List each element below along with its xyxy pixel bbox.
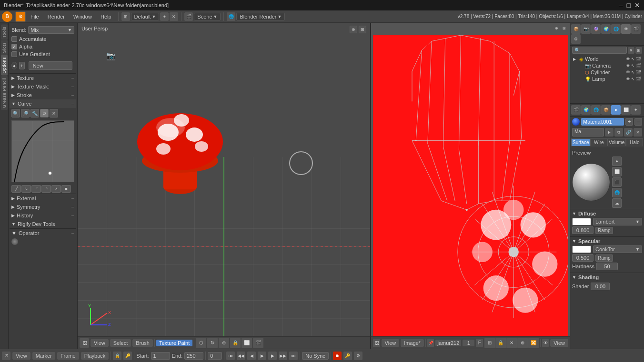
uv-pin-icon[interactable]: 📌	[427, 339, 434, 347]
uv-view-label[interactable]: View	[550, 339, 568, 347]
uv-icon-2[interactable]: 🔒	[495, 338, 506, 348]
workspace-icon-add[interactable]: +	[160, 12, 169, 21]
viewport-icon-5[interactable]: ⬜	[242, 338, 252, 348]
layout-icon[interactable]: ⊞	[121, 12, 130, 21]
lamp-render-icon[interactable]: 🎬	[636, 77, 641, 81]
world-eye-icon[interactable]: 👁	[626, 57, 630, 61]
outliner-camera-item[interactable]: 📷 Camera 👁 ↖ 🎬	[572, 62, 642, 69]
prop-scene-icon[interactable]: 🌍	[581, 105, 591, 115]
alpha-row[interactable]: ✓ Alpha	[10, 43, 76, 50]
sync-dropdown[interactable]: No Sync	[302, 352, 329, 360]
camera-eye-icon[interactable]: 👁	[626, 63, 630, 68]
uv-grid-icon[interactable]: ⊞	[561, 25, 567, 31]
timeline-extra-button[interactable]: ⚙	[354, 352, 362, 360]
diffuse-color-swatch[interactable]	[572, 218, 591, 225]
diffuse-intensity-input[interactable]: 0.800	[572, 226, 594, 234]
viewport-icon-1[interactable]: ⬡	[196, 338, 206, 348]
symmetry-section-header[interactable]: ▶ Symmetry ···	[10, 203, 76, 211]
prop-texture-icon[interactable]: ⬜	[621, 105, 631, 115]
stroke-section-header[interactable]: ▶ Stroke ···	[10, 91, 76, 99]
curve-interp-b-button[interactable]: ◜	[31, 185, 41, 193]
workspace-dropdown[interactable]: Default ▼	[131, 13, 160, 20]
color-dot[interactable]: ●	[11, 62, 17, 69]
specular-color-swatch[interactable]	[572, 245, 591, 253]
timeline-record-button[interactable]: ⏺	[333, 352, 342, 360]
timeline-skip-end-button[interactable]: ⏭	[289, 352, 298, 360]
accumulate-checkbox[interactable]	[11, 36, 17, 42]
prop-object-icon[interactable]: 📦	[601, 105, 611, 115]
cylinder-eye-icon[interactable]: 👁	[626, 70, 630, 75]
uv-icon-1[interactable]: ⊞	[484, 338, 495, 348]
end-frame-input[interactable]: 250	[184, 352, 203, 360]
uv-icon-4[interactable]: ⊕	[517, 338, 528, 348]
shader-tab-halo[interactable]: Halo	[626, 138, 643, 147]
material-subtract-button[interactable]: –	[634, 118, 642, 126]
camera-render-icon[interactable]: 🎬	[636, 63, 641, 68]
uv-image-button[interactable]: Image*	[401, 339, 424, 347]
material-users[interactable]: Ma	[572, 128, 604, 137]
timeline-playback-button[interactable]: Playback	[81, 352, 109, 360]
viewport-shrink-icon[interactable]: ⊞	[359, 26, 366, 33]
world-render-icon[interactable]: 🎬	[636, 57, 641, 61]
vtab-slots[interactable]: Slots	[1, 40, 8, 55]
timeline-play-button[interactable]: ▶	[258, 352, 266, 360]
uv-mode-icon[interactable]: 🖼	[373, 339, 380, 347]
texture-paint-button[interactable]: Texture Paint	[156, 340, 192, 346]
curve-section-header[interactable]: ▼ Curve ···	[10, 99, 76, 108]
menu-render[interactable]: Render	[44, 13, 69, 20]
uv-icon-3[interactable]: ✕	[506, 338, 517, 348]
specular-ramp-button[interactable]: Ramp	[595, 254, 613, 262]
preview-env-btn[interactable]: 🌐	[612, 188, 622, 197]
current-frame-input[interactable]: 0	[208, 352, 222, 360]
viewport-select-button[interactable]: Select	[110, 339, 131, 347]
preview-sky-btn[interactable]: ☁	[612, 198, 622, 208]
new-button[interactable]: New	[29, 61, 72, 70]
viewport-brush-button[interactable]: Brush	[132, 339, 153, 347]
accumulate-row[interactable]: Accumulate	[10, 35, 76, 43]
curve-zoom-in-button[interactable]: 🔍	[11, 109, 20, 117]
vtab-options[interactable]: Options	[1, 55, 8, 76]
timeline-key-button[interactable]: 🔑	[343, 352, 352, 360]
viewport-icon-3[interactable]: ⊕	[219, 338, 229, 348]
curve-interp-linear-button[interactable]: ╱	[11, 185, 21, 193]
use-gradient-checkbox[interactable]	[11, 51, 17, 57]
viewport-icon-4[interactable]: 🔒	[230, 338, 241, 348]
viewport-icon-2[interactable]: ↻	[207, 338, 218, 348]
hardness-input[interactable]: 50	[596, 263, 618, 270]
lamp-cursor-icon[interactable]: ↖	[631, 77, 635, 81]
filter-icon[interactable]: ⊞	[635, 47, 642, 54]
menu-file[interactable]: File	[27, 13, 43, 20]
material-name[interactable]: Material.001	[581, 118, 624, 126]
shader-tab-volume[interactable]: Volume	[607, 138, 626, 147]
cylinder-cursor-icon[interactable]: ↖	[631, 70, 635, 75]
minimize-button[interactable]: –	[619, 1, 623, 9]
history-section-header[interactable]: ▶ History ···	[10, 211, 76, 220]
viewport-expand-icon[interactable]: ⊕	[350, 26, 357, 33]
curve-interp-v-button[interactable]: ∧	[51, 185, 61, 193]
mat-copy-icon[interactable]: ⧉	[614, 128, 623, 137]
engine-dropdown[interactable]: Blender Render ▼	[236, 13, 285, 20]
timeline-view-button[interactable]: View	[12, 352, 30, 360]
diffuse-shader-dropdown[interactable]: Lambert ▼	[593, 218, 642, 225]
preview-plane-btn[interactable]: ⬜	[612, 167, 622, 176]
texture-section-header[interactable]: ▶ Texture ···	[10, 73, 76, 82]
close-button[interactable]: ✕	[634, 1, 640, 9]
rpanel-view-icon[interactable]: 👁	[621, 24, 631, 34]
mat-f-icon[interactable]: F	[605, 128, 614, 137]
curve-interp-c-button[interactable]: ◝	[41, 185, 51, 193]
rpanel-settings-icon[interactable]: ⚙	[571, 34, 581, 44]
curve-zoom-out-button[interactable]: 🔎	[21, 109, 30, 117]
prop-render-icon[interactable]: 🎬	[571, 105, 581, 115]
timeline-mode-icon[interactable]: ⏱	[2, 352, 10, 360]
timeline-step-back-button[interactable]: ◀	[247, 352, 256, 360]
main-3d-viewport[interactable]: User Persp ⊕ ⊞ .grid-line{stroke:#666;st…	[78, 23, 370, 349]
curve-reset-button[interactable]: ↺	[40, 109, 49, 117]
vtab-grease-pencil[interactable]: Grease Pencil	[1, 76, 8, 110]
mat-clear-icon[interactable]: ✕	[634, 128, 642, 137]
scene-dropdown[interactable]: Scene ▼	[194, 13, 221, 20]
uv-view-button[interactable]: View	[382, 339, 400, 347]
curve-close-button[interactable]: ✕	[50, 109, 58, 117]
prop-material-icon[interactable]: ●	[611, 105, 621, 115]
uv-view-btn-right[interactable]: 👁	[542, 339, 549, 347]
shader-tab-wire[interactable]: Wire	[590, 138, 607, 147]
